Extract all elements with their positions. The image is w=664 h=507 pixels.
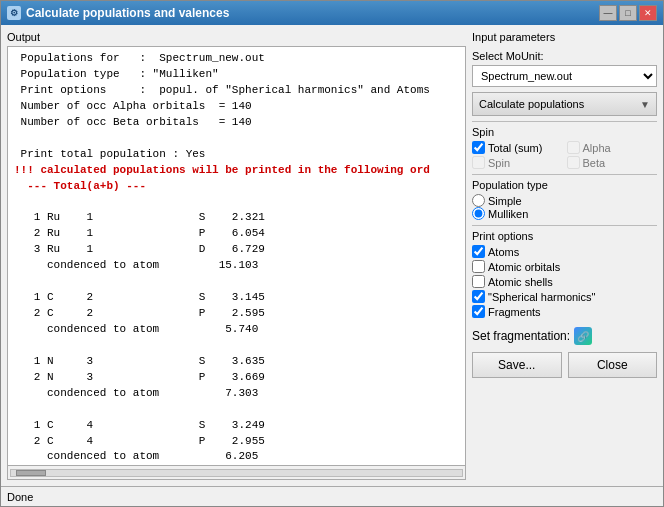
right-panel: Input parameters Select MoUnit: Spectrum… bbox=[472, 31, 657, 480]
fragmentation-label: Set fragmentation: bbox=[472, 329, 570, 343]
total-sum-option: Total (sum) bbox=[472, 141, 563, 154]
spherical-harmonics-option: "Spherical harmonics" bbox=[472, 290, 657, 303]
atomic-orbitals-option: Atomic orbitals bbox=[472, 260, 657, 273]
spin-checkbox[interactable] bbox=[472, 156, 485, 169]
population-type-section: Population type Simple Mulliken bbox=[472, 174, 657, 220]
spin-label-text: Spin bbox=[488, 157, 510, 169]
output-box: Populations for : Spectrum_new.out Popul… bbox=[7, 46, 466, 480]
print-options-section: Print options Atoms Atomic orbitals Atom… bbox=[472, 225, 657, 318]
fragments-checkbox[interactable] bbox=[472, 305, 485, 318]
window-title: Calculate populations and valences bbox=[26, 6, 229, 20]
simple-radio-option: Simple bbox=[472, 194, 657, 207]
select-mounit-section: Select MoUnit: Spectrum_new.out bbox=[472, 50, 657, 87]
atoms-label: Atoms bbox=[488, 246, 519, 258]
output-panel: Output Populations for : Spectrum_new.ou… bbox=[7, 31, 466, 480]
horizontal-scrollbar[interactable] bbox=[8, 465, 465, 479]
fragments-label: Fragments bbox=[488, 306, 541, 318]
fragmentation-icon[interactable]: 🔗 bbox=[574, 327, 592, 345]
maximize-button[interactable]: □ bbox=[619, 5, 637, 21]
atoms-option: Atoms bbox=[472, 245, 657, 258]
spherical-harmonics-checkbox[interactable] bbox=[472, 290, 485, 303]
close-button[interactable]: Close bbox=[568, 352, 658, 378]
title-bar-left: ⚙ Calculate populations and valences bbox=[7, 6, 229, 20]
mulliken-radio-option: Mulliken bbox=[472, 207, 657, 220]
calc-populations-button[interactable]: Calculate populations ▼ bbox=[472, 92, 657, 116]
alpha-checkbox[interactable] bbox=[567, 141, 580, 154]
dropdown-arrow-icon: ▼ bbox=[640, 99, 650, 110]
mulliken-label: Mulliken bbox=[488, 208, 528, 220]
calc-pop-label: Calculate populations bbox=[479, 98, 584, 110]
main-window: ⚙ Calculate populations and valences — □… bbox=[0, 0, 664, 507]
scroll-thumb[interactable] bbox=[16, 470, 46, 476]
select-mounit-label: Select MoUnit: bbox=[472, 50, 657, 62]
bottom-buttons: Save... Close bbox=[472, 352, 657, 378]
status-text: Done bbox=[7, 491, 33, 503]
print-options-label: Print options bbox=[472, 230, 657, 242]
simple-radio[interactable] bbox=[472, 194, 485, 207]
spin-label: Spin bbox=[472, 126, 657, 138]
close-window-button[interactable]: ✕ bbox=[639, 5, 657, 21]
print-options-list: Atoms Atomic orbitals Atomic shells "Sph… bbox=[472, 245, 657, 318]
mounit-select[interactable]: Spectrum_new.out bbox=[472, 65, 657, 87]
input-parameters-label: Input parameters bbox=[472, 31, 657, 43]
atomic-shells-checkbox[interactable] bbox=[472, 275, 485, 288]
alpha-option: Alpha bbox=[567, 141, 658, 154]
total-sum-label: Total (sum) bbox=[488, 142, 542, 154]
atomic-shells-option: Atomic shells bbox=[472, 275, 657, 288]
status-bar: Done bbox=[1, 486, 663, 506]
spherical-harmonics-label: "Spherical harmonics" bbox=[488, 291, 595, 303]
total-sum-checkbox[interactable] bbox=[472, 141, 485, 154]
alpha-label: Alpha bbox=[583, 142, 611, 154]
fragmentation-row: Set fragmentation: 🔗 bbox=[472, 327, 657, 345]
window-icon: ⚙ bbox=[7, 6, 21, 20]
spin-option: Spin bbox=[472, 156, 563, 169]
beta-checkbox[interactable] bbox=[567, 156, 580, 169]
beta-option: Beta bbox=[567, 156, 658, 169]
content-area: Output Populations for : Spectrum_new.ou… bbox=[1, 25, 663, 486]
fragments-option: Fragments bbox=[472, 305, 657, 318]
simple-label: Simple bbox=[488, 195, 522, 207]
output-content[interactable]: Populations for : Spectrum_new.out Popul… bbox=[8, 47, 465, 465]
title-bar: ⚙ Calculate populations and valences — □… bbox=[1, 1, 663, 25]
atomic-orbitals-label: Atomic orbitals bbox=[488, 261, 560, 273]
spin-section: Spin Total (sum) Alpha Spin bbox=[472, 121, 657, 169]
spin-options: Total (sum) Alpha Spin Beta bbox=[472, 141, 657, 169]
title-controls: — □ ✕ bbox=[599, 5, 657, 21]
save-button[interactable]: Save... bbox=[472, 352, 562, 378]
beta-label: Beta bbox=[583, 157, 606, 169]
output-label: Output bbox=[7, 31, 466, 43]
atomic-shells-label: Atomic shells bbox=[488, 276, 553, 288]
scroll-track[interactable] bbox=[10, 469, 463, 477]
pop-type-label: Population type bbox=[472, 179, 657, 191]
atomic-orbitals-checkbox[interactable] bbox=[472, 260, 485, 273]
minimize-button[interactable]: — bbox=[599, 5, 617, 21]
mulliken-radio[interactable] bbox=[472, 207, 485, 220]
atoms-checkbox[interactable] bbox=[472, 245, 485, 258]
